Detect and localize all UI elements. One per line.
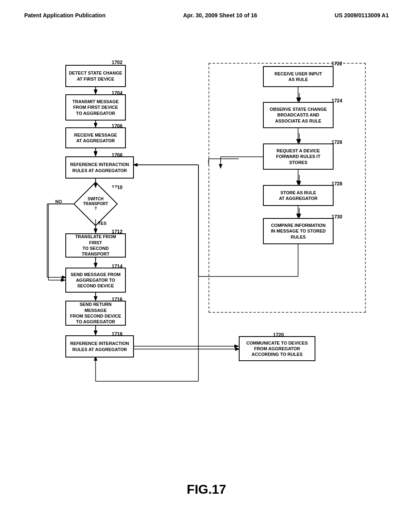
label-1702: 1702 [112,60,123,65]
box-1712: TRANSLATE FROM FIRST TO SECOND TRANSPORT [65,233,126,258]
header-middle: Apr. 30, 2009 Sheet 10 of 16 [183,12,257,19]
label-1722: 1722 [332,61,342,66]
box-1716: SEND RETURN MESSAGE FROM SECOND DEVICE T… [65,301,126,326]
box-1724: OBSERVE STATE CHANGE BROADCASTS AND ASSO… [263,102,334,128]
box-1704: TRANSMIT MESSAGE FROM FIRST DEVICE TO AG… [65,94,126,121]
header-right: US 2009/0113009 A1 [335,12,389,19]
box-1726: REQUEST A DEVICE FORWARD RULES IT STORES [263,143,334,170]
diamond-1710-text: SWITCHTRANSPORT? [79,197,112,211]
yes-label: YES [98,221,106,226]
box-1720: COMMUNICATE TO DEVICES FROM AGGREGATOR A… [239,336,315,361]
header-left: Patent Application Publication [24,12,106,19]
diagram-container: 1702 DETECT STATE CHANGE AT FIRST DEVICE… [25,31,388,474]
diamond-1710: SWITCHTRANSPORT? [73,188,118,220]
box-1708: REFERENCE INTERACTION RULES AT AGGREGATO… [65,156,134,179]
box-1722: RECEIVE USER INPUT AS RULE [263,66,334,87]
no-label: NO [55,199,62,204]
box-1702: DETECT STATE CHANGE AT FIRST DEVICE [65,65,126,87]
figure-label: FIG.17 [0,482,413,497]
box-1728: STORE AS RULE AT AGGREGATOR [263,185,334,206]
box-1714: SEND MESSAGE FROM AGGREGATOR TO SECOND D… [65,268,126,293]
box-1706: RECEIVE MESSAGE AT AGGREGATOR [65,127,126,148]
box-1730: COMPARE INFORMATION IN MESSAGE TO STORED… [263,218,334,244]
box-1718: REFERENCE INTERACTION RULES AT AGGREGATO… [65,335,134,357]
page-header: Patent Application Publication Apr. 30, … [0,0,413,23]
